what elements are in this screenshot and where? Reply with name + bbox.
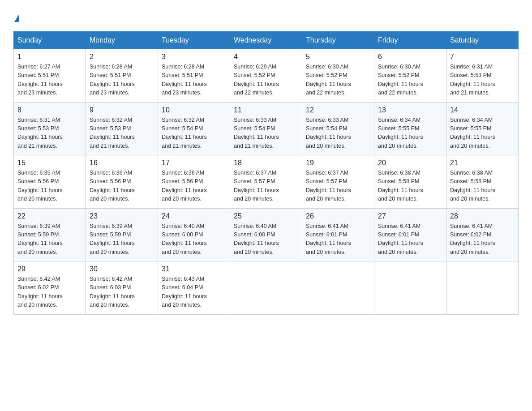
- day-detail: Sunrise: 6:27 AMSunset: 5:51 PMDaylight:…: [17, 63, 82, 98]
- day-number: 30: [90, 265, 154, 273]
- day-detail: Sunrise: 6:30 AMSunset: 5:52 PMDaylight:…: [378, 63, 442, 98]
- column-header-monday: Monday: [86, 32, 158, 49]
- calendar-cell: 21 Sunrise: 6:38 AMSunset: 5:58 PMDaylig…: [446, 155, 519, 209]
- day-number: 17: [162, 159, 226, 167]
- day-detail: Sunrise: 6:31 AMSunset: 5:53 PMDaylight:…: [17, 116, 82, 151]
- calendar-cell: 9 Sunrise: 6:32 AMSunset: 5:53 PMDayligh…: [86, 102, 158, 155]
- calendar-cell: [374, 261, 446, 315]
- day-detail: Sunrise: 6:32 AMSunset: 5:54 PMDaylight:…: [162, 116, 226, 151]
- day-detail: Sunrise: 6:33 AMSunset: 5:54 PMDaylight:…: [234, 116, 298, 151]
- calendar-cell: [446, 261, 519, 315]
- calendar-cell: 7 Sunrise: 6:31 AMSunset: 5:53 PMDayligh…: [446, 49, 519, 103]
- calendar-cell: 29 Sunrise: 6:42 AMSunset: 6:02 PMDaylig…: [14, 261, 86, 315]
- day-detail: Sunrise: 6:32 AMSunset: 5:53 PMDaylight:…: [90, 116, 154, 151]
- calendar-cell: 11 Sunrise: 6:33 AMSunset: 5:54 PMDaylig…: [230, 102, 302, 155]
- day-detail: Sunrise: 6:42 AMSunset: 6:02 PMDaylight:…: [17, 275, 82, 310]
- calendar-week-row: 15 Sunrise: 6:35 AMSunset: 5:56 PMDaylig…: [14, 155, 519, 209]
- calendar-cell: 14 Sunrise: 6:34 AMSunset: 5:55 PMDaylig…: [446, 102, 519, 155]
- column-header-wednesday: Wednesday: [230, 32, 302, 49]
- day-number: 6: [378, 53, 442, 61]
- calendar-cell: 4 Sunrise: 6:29 AMSunset: 5:52 PMDayligh…: [230, 49, 302, 103]
- day-number: 12: [306, 106, 370, 114]
- calendar-cell: 1 Sunrise: 6:27 AMSunset: 5:51 PMDayligh…: [14, 49, 86, 103]
- day-number: 29: [17, 265, 82, 273]
- day-detail: Sunrise: 6:40 AMSunset: 6:00 PMDaylight:…: [234, 222, 298, 257]
- calendar-cell: 6 Sunrise: 6:30 AMSunset: 5:52 PMDayligh…: [374, 49, 446, 103]
- calendar-week-row: 8 Sunrise: 6:31 AMSunset: 5:53 PMDayligh…: [14, 102, 519, 155]
- day-detail: Sunrise: 6:37 AMSunset: 5:57 PMDaylight:…: [234, 169, 298, 204]
- day-detail: Sunrise: 6:36 AMSunset: 5:56 PMDaylight:…: [162, 169, 226, 204]
- calendar-header-row: SundayMondayTuesdayWednesdayThursdayFrid…: [14, 32, 519, 49]
- calendar-cell: 27 Sunrise: 6:41 AMSunset: 6:01 PMDaylig…: [374, 208, 446, 261]
- calendar-cell: 3 Sunrise: 6:28 AMSunset: 5:51 PMDayligh…: [158, 49, 230, 103]
- calendar-cell: 12 Sunrise: 6:33 AMSunset: 5:54 PMDaylig…: [302, 102, 374, 155]
- calendar-cell: 28 Sunrise: 6:41 AMSunset: 6:02 PMDaylig…: [446, 208, 519, 261]
- day-number: 4: [234, 53, 298, 61]
- day-detail: Sunrise: 6:28 AMSunset: 5:51 PMDaylight:…: [90, 63, 154, 98]
- calendar-cell: 10 Sunrise: 6:32 AMSunset: 5:54 PMDaylig…: [158, 102, 230, 155]
- day-detail: Sunrise: 6:34 AMSunset: 5:55 PMDaylight:…: [450, 116, 515, 151]
- day-detail: Sunrise: 6:35 AMSunset: 5:56 PMDaylight:…: [17, 169, 82, 204]
- calendar-cell: 30 Sunrise: 6:42 AMSunset: 6:03 PMDaylig…: [86, 261, 158, 315]
- day-number: 13: [378, 106, 442, 114]
- day-detail: Sunrise: 6:29 AMSunset: 5:52 PMDaylight:…: [234, 63, 298, 98]
- day-number: 15: [17, 159, 82, 167]
- day-number: 27: [378, 212, 442, 220]
- calendar-cell: 18 Sunrise: 6:37 AMSunset: 5:57 PMDaylig…: [230, 155, 302, 209]
- day-detail: Sunrise: 6:34 AMSunset: 5:55 PMDaylight:…: [378, 116, 442, 151]
- calendar-cell: 23 Sunrise: 6:39 AMSunset: 5:59 PMDaylig…: [86, 208, 158, 261]
- day-number: 14: [450, 106, 515, 114]
- calendar-cell: 31 Sunrise: 6:43 AMSunset: 6:04 PMDaylig…: [158, 261, 230, 315]
- day-detail: Sunrise: 6:42 AMSunset: 6:03 PMDaylight:…: [90, 275, 154, 310]
- day-number: 7: [450, 53, 515, 61]
- logo: [13, 11, 19, 23]
- day-detail: Sunrise: 6:40 AMSunset: 6:00 PMDaylight:…: [162, 222, 226, 257]
- calendar-cell: [302, 261, 374, 315]
- day-number: 18: [234, 159, 298, 167]
- day-number: 9: [90, 106, 154, 114]
- day-detail: Sunrise: 6:38 AMSunset: 5:58 PMDaylight:…: [378, 169, 442, 204]
- calendar-cell: 16 Sunrise: 6:36 AMSunset: 5:56 PMDaylig…: [86, 155, 158, 209]
- day-number: 3: [162, 53, 226, 61]
- column-header-saturday: Saturday: [446, 32, 519, 49]
- day-detail: Sunrise: 6:30 AMSunset: 5:52 PMDaylight:…: [306, 63, 370, 98]
- day-detail: Sunrise: 6:41 AMSunset: 6:02 PMDaylight:…: [450, 222, 515, 257]
- day-detail: Sunrise: 6:43 AMSunset: 6:04 PMDaylight:…: [162, 275, 226, 310]
- calendar-cell: 26 Sunrise: 6:41 AMSunset: 6:01 PMDaylig…: [302, 208, 374, 261]
- day-number: 11: [234, 106, 298, 114]
- column-header-sunday: Sunday: [14, 32, 86, 49]
- calendar-cell: 22 Sunrise: 6:39 AMSunset: 5:59 PMDaylig…: [14, 208, 86, 261]
- day-number: 21: [450, 159, 515, 167]
- column-header-friday: Friday: [374, 32, 446, 49]
- calendar-cell: 2 Sunrise: 6:28 AMSunset: 5:51 PMDayligh…: [86, 49, 158, 103]
- day-number: 16: [90, 159, 154, 167]
- calendar-cell: 17 Sunrise: 6:36 AMSunset: 5:56 PMDaylig…: [158, 155, 230, 209]
- calendar-cell: 8 Sunrise: 6:31 AMSunset: 5:53 PMDayligh…: [14, 102, 86, 155]
- calendar-cell: [230, 261, 302, 315]
- day-number: 23: [90, 212, 154, 220]
- day-detail: Sunrise: 6:36 AMSunset: 5:56 PMDaylight:…: [90, 169, 154, 204]
- calendar-table: SundayMondayTuesdayWednesdayThursdayFrid…: [13, 31, 519, 315]
- column-header-tuesday: Tuesday: [158, 32, 230, 49]
- calendar-cell: 20 Sunrise: 6:38 AMSunset: 5:58 PMDaylig…: [374, 155, 446, 209]
- day-detail: Sunrise: 6:37 AMSunset: 5:57 PMDaylight:…: [306, 169, 370, 204]
- day-detail: Sunrise: 6:41 AMSunset: 6:01 PMDaylight:…: [378, 222, 442, 257]
- calendar-cell: 25 Sunrise: 6:40 AMSunset: 6:00 PMDaylig…: [230, 208, 302, 261]
- column-header-thursday: Thursday: [302, 32, 374, 49]
- calendar-cell: 19 Sunrise: 6:37 AMSunset: 5:57 PMDaylig…: [302, 155, 374, 209]
- calendar-week-row: 22 Sunrise: 6:39 AMSunset: 5:59 PMDaylig…: [14, 208, 519, 261]
- day-number: 31: [162, 265, 226, 273]
- day-number: 22: [17, 212, 82, 220]
- calendar-cell: 5 Sunrise: 6:30 AMSunset: 5:52 PMDayligh…: [302, 49, 374, 103]
- day-number: 20: [378, 159, 442, 167]
- day-number: 28: [450, 212, 515, 220]
- calendar-cell: 15 Sunrise: 6:35 AMSunset: 5:56 PMDaylig…: [14, 155, 86, 209]
- calendar-week-row: 29 Sunrise: 6:42 AMSunset: 6:02 PMDaylig…: [14, 261, 519, 315]
- page-header: [13, 11, 519, 23]
- day-number: 25: [234, 212, 298, 220]
- day-number: 2: [90, 53, 154, 61]
- day-detail: Sunrise: 6:39 AMSunset: 5:59 PMDaylight:…: [17, 222, 82, 257]
- day-detail: Sunrise: 6:38 AMSunset: 5:58 PMDaylight:…: [450, 169, 515, 204]
- day-detail: Sunrise: 6:31 AMSunset: 5:53 PMDaylight:…: [450, 63, 515, 98]
- day-number: 19: [306, 159, 370, 167]
